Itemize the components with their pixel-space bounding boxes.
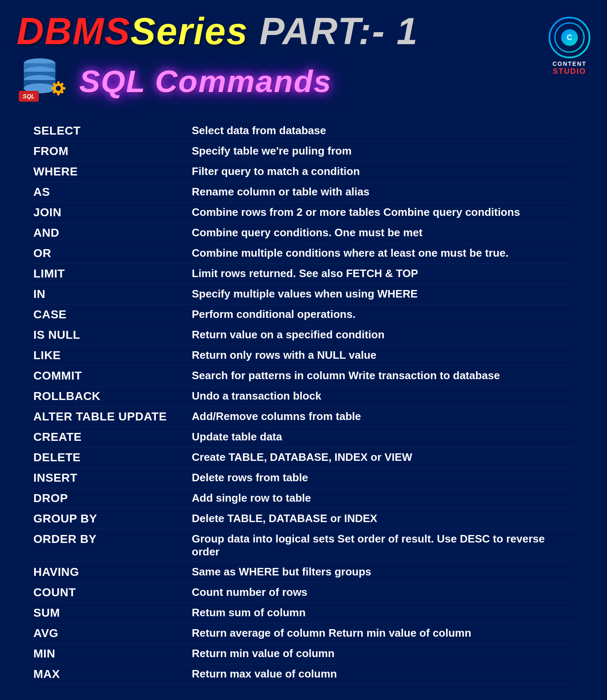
command-description: Create TABLE, DATABASE, INDEX or VIEW: [192, 451, 574, 464]
command-keyword: DROP: [33, 492, 192, 505]
command-description: Return min value of column: [192, 647, 574, 660]
table-row: ORCombine multiple conditions where at l…: [33, 243, 574, 264]
command-description: Combine rows from 2 or more tables Combi…: [192, 206, 574, 219]
command-description: Add/Remove columns from table: [192, 410, 574, 423]
command-keyword: SUM: [33, 606, 192, 620]
table-row: ASRename column or table with alias: [33, 182, 574, 202]
table-row: ROLLBACKUndo a transaction block: [33, 386, 574, 407]
command-keyword: AND: [33, 226, 192, 240]
table-row: CREATEUpdate table data: [33, 427, 574, 448]
command-keyword: ORDER BY: [33, 532, 192, 546]
command-description: Combine multiple conditions where at lea…: [192, 247, 574, 260]
table-row: HAVINGSame as WHERE but filters groups: [33, 562, 574, 582]
table-row: LIMITLimit rows returned. See also FETCH…: [33, 264, 574, 284]
command-description: Specify table we're puling from: [192, 145, 574, 158]
command-description: Limit rows returned. See also FETCH & TO…: [192, 267, 574, 280]
command-keyword: OR: [33, 247, 192, 260]
command-keyword: CASE: [33, 308, 192, 321]
part-text: PART:- 1: [259, 10, 418, 52]
svg-text:SQL: SQL: [23, 93, 35, 100]
command-keyword: DELETE: [33, 451, 192, 464]
table-row: INSpecify multiple values when using WHE…: [33, 284, 574, 305]
command-description: Rename column or table with alias: [192, 185, 574, 198]
command-description: Filter query to match a condition: [192, 165, 574, 178]
command-description: Search for patterns in column Write tran…: [192, 369, 574, 382]
table-row: DROPAdd single row to table: [33, 488, 574, 509]
command-description: Add single row to table: [192, 492, 574, 505]
main-title: DBMSSeries PART:- 1: [17, 12, 418, 50]
content-studio-logo: C: [549, 17, 590, 58]
command-keyword: ROLLBACK: [33, 390, 192, 403]
table-row: COUNTCount number of rows: [33, 582, 574, 603]
table-row: DELETECreate TABLE, DATABASE, INDEX or V…: [33, 448, 574, 468]
command-description: Return average of column Return min valu…: [192, 627, 574, 640]
command-keyword: AVG: [33, 627, 192, 640]
series-text: Series: [130, 10, 248, 52]
svg-rect-14: [62, 87, 65, 90]
command-keyword: IS NULL: [33, 328, 192, 342]
command-description: Return value on a specified condition: [192, 328, 574, 341]
command-keyword: HAVING: [33, 565, 192, 579]
command-description: Group data into logical sets Set order o…: [192, 532, 574, 558]
table-row: SUMRetum sum of column: [33, 603, 574, 623]
command-keyword: MIN: [33, 647, 192, 660]
table-row: ORDER BYGroup data into logical sets Set…: [33, 529, 574, 562]
command-description: Delete rows from table: [192, 471, 574, 484]
command-keyword: INSERT: [33, 471, 192, 485]
table-row: JOINCombine rows from 2 or more tables C…: [33, 202, 574, 223]
command-description: Perform conditional operations.: [192, 308, 574, 321]
table-row: CASEPerform conditional operations.: [33, 305, 574, 325]
sql-subtitle: SQL: [17, 54, 418, 108]
table-row: ALTER TABLE UPDATEAdd/Remove columns fro…: [33, 407, 574, 427]
logo-text: CONTENT STUDIO: [552, 60, 587, 76]
table-row: COMMITSearch for patterns in column Writ…: [33, 366, 574, 386]
table-row: IS NULLReturn value on a specified condi…: [33, 325, 574, 345]
svg-point-10: [56, 86, 61, 91]
logo-block: C CONTENT STUDIO: [549, 12, 590, 76]
header: DBMSSeries PART:- 1 SQL: [0, 0, 607, 112]
command-keyword: COMMIT: [33, 369, 192, 382]
command-keyword: COUNT: [33, 586, 192, 599]
command-keyword: GROUP BY: [33, 512, 192, 525]
table-row: AVGReturn average of column Return min v…: [33, 623, 574, 644]
svg-rect-12: [57, 92, 60, 95]
command-keyword: AS: [33, 185, 192, 199]
table-row: INSERTDelete rows from table: [33, 468, 574, 488]
command-description: Combine query conditions. One must be me…: [192, 226, 574, 239]
command-description: Select data from database: [192, 124, 574, 137]
db-icon: SQL: [17, 54, 71, 108]
command-keyword: CREATE: [33, 430, 192, 444]
sql-commands-title: SQL Commands: [79, 63, 332, 99]
command-description: Count number of rows: [192, 586, 574, 599]
svg-rect-11: [57, 81, 60, 85]
command-keyword: ALTER TABLE UPDATE: [33, 410, 192, 423]
table-row: FROMSpecify table we're puling from: [33, 141, 574, 162]
table-row: MINReturn min value of column: [33, 644, 574, 664]
command-keyword: FROM: [33, 145, 192, 158]
logo-content-text: CONTENT: [552, 60, 587, 67]
svg-text:C: C: [567, 33, 572, 42]
command-keyword: LIMIT: [33, 267, 192, 280]
command-keyword: JOIN: [33, 206, 192, 219]
command-description: Return max value of column: [192, 668, 574, 680]
table-row: SELECTSelect data from database: [33, 121, 574, 141]
table-row: ANDCombine query conditions. One must be…: [33, 223, 574, 243]
logo-studio-text: STUDIO: [552, 67, 587, 76]
command-description: Update table data: [192, 430, 574, 443]
command-description: Retum sum of column: [192, 606, 574, 619]
table-row: WHEREFilter query to match a condition: [33, 162, 574, 182]
command-keyword: IN: [33, 288, 192, 301]
command-description: Undo a transaction block: [192, 390, 574, 402]
dbms-text: DBMS: [17, 10, 130, 52]
command-description: Same as WHERE but filters groups: [192, 565, 574, 578]
command-keyword: SELECT: [33, 124, 192, 138]
title-block: DBMSSeries PART:- 1 SQL: [17, 12, 418, 108]
command-description: Specify multiple values when using WHERE: [192, 288, 574, 300]
commands-table: SELECTSelect data from databaseFROMSpeci…: [33, 121, 574, 685]
command-keyword: WHERE: [33, 165, 192, 178]
svg-rect-13: [51, 87, 55, 90]
command-keyword: MAX: [33, 668, 192, 681]
command-description: Delete TABLE, DATABASE or INDEX: [192, 512, 574, 525]
command-description: Return only rows with a NULL value: [192, 349, 574, 362]
command-keyword: LIKE: [33, 349, 192, 362]
